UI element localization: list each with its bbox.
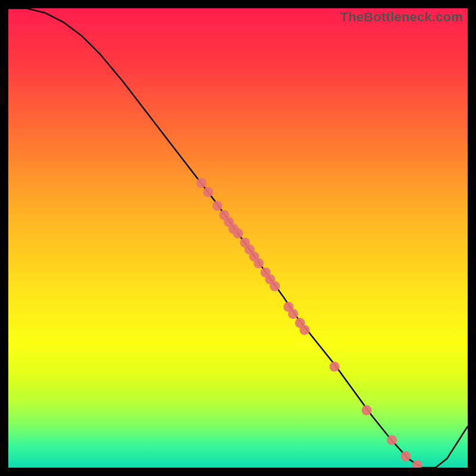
data-marker (362, 405, 372, 415)
marker-group (196, 178, 422, 468)
data-marker (196, 178, 206, 188)
data-marker (253, 258, 264, 268)
data-marker (387, 435, 397, 445)
data-marker (270, 281, 280, 292)
chart-overlay (8, 8, 468, 468)
data-marker (412, 461, 422, 468)
plot-area: TheBottleneck.com (8, 8, 468, 468)
data-marker (233, 228, 243, 239)
data-marker (330, 362, 340, 372)
data-marker (299, 325, 309, 335)
data-marker (212, 201, 223, 211)
data-marker (400, 451, 411, 461)
chart-container: TheBottleneck.com (0, 0, 476, 476)
data-marker (203, 187, 213, 197)
data-marker (288, 309, 298, 319)
